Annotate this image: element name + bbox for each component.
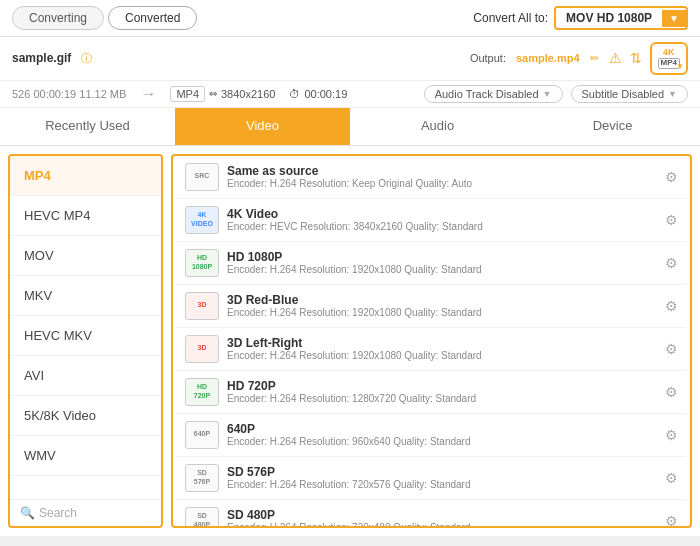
video-item-640p[interactable]: 640P640PEncoder: H.264 Resolution: 960x6…: [177, 414, 686, 457]
format-tabs: Recently Used Video Audio Device: [0, 108, 700, 146]
video-item-same-as-source[interactable]: SRCSame as sourceEncoder: H.264 Resoluti…: [177, 156, 686, 199]
gear-icon-sd-576p[interactable]: ⚙: [665, 470, 678, 486]
video-name-4k-video: 4K Video: [227, 207, 657, 221]
audio-track-label: Audio Track Disabled: [435, 88, 539, 100]
tab-recently-used[interactable]: Recently Used: [0, 108, 175, 145]
convert-all-dropdown[interactable]: MOV HD 1080P ▼: [554, 6, 688, 30]
resolution-info: ⇔: [209, 88, 217, 99]
video-info-same-as-source: Same as sourceEncoder: H.264 Resolution:…: [227, 164, 657, 189]
video-item-sd-576p[interactable]: SD 576PSD 576PEncoder: H.264 Resolution:…: [177, 457, 686, 500]
video-name-hd-1080p: HD 1080P: [227, 250, 657, 264]
video-details-sd-576p: Encoder: H.264 Resolution: 720x576 Quali…: [227, 479, 657, 490]
duration-info: ⏱ 00:00:19: [289, 88, 347, 100]
video-item-3d-left-right[interactable]: 3D3D Left-RightEncoder: H.264 Resolution…: [177, 328, 686, 371]
tab-audio[interactable]: Audio: [350, 108, 525, 145]
subtitle-chevron-icon: ▼: [668, 89, 677, 99]
video-info-hd-1080p: HD 1080PEncoder: H.264 Resolution: 1920x…: [227, 250, 657, 275]
warning-icon[interactable]: ⚠: [609, 50, 622, 66]
dropdown-arrow-icon: ▼: [676, 62, 684, 71]
video-thumb-hd-720p: HD 720P: [185, 378, 219, 406]
top-bar: Converting Converted Convert All to: MOV…: [0, 0, 700, 37]
gear-icon-same-as-source[interactable]: ⚙: [665, 169, 678, 185]
meta-bar: 526 00:00:19 11.12 MB → MP4 ⇔ 3840x2160 …: [0, 81, 700, 108]
video-details-hd-1080p: Encoder: H.264 Resolution: 1920x1080 Qua…: [227, 264, 657, 275]
video-item-sd-480p[interactable]: SD 480PSD 480PEncoder: H.264 Resolution:…: [177, 500, 686, 528]
search-bar[interactable]: 🔍 Search: [10, 499, 161, 526]
clock-icon: ⏱: [289, 88, 300, 100]
gear-icon-hd-720p[interactable]: ⚙: [665, 384, 678, 400]
format-item-hevc-mp4[interactable]: HEVC MP4: [10, 196, 161, 236]
tab-converting[interactable]: Converting: [12, 6, 104, 30]
gear-icon-sd-480p[interactable]: ⚙: [665, 513, 678, 528]
video-item-hd-720p[interactable]: HD 720PHD 720PEncoder: H.264 Resolution:…: [177, 371, 686, 414]
format-item-wmv[interactable]: WMV: [10, 436, 161, 476]
tab-device[interactable]: Device: [525, 108, 700, 145]
subtitle-label: Subtitle Disabled: [582, 88, 665, 100]
video-info-sd-480p: SD 480PEncoder: H.264 Resolution: 720x48…: [227, 508, 657, 528]
audio-chevron-icon: ▼: [543, 89, 552, 99]
gear-icon-4k-video[interactable]: ⚙: [665, 212, 678, 228]
format-item-mov[interactable]: MOV: [10, 236, 161, 276]
video-thumb-hd-1080p: HD 1080P: [185, 249, 219, 277]
format-item-avi[interactable]: AVI: [10, 356, 161, 396]
video-item-hd-1080p[interactable]: HD 1080PHD 1080PEncoder: H.264 Resolutio…: [177, 242, 686, 285]
video-thumb-3d-left-right: 3D: [185, 335, 219, 363]
video-details-640p: Encoder: H.264 Resolution: 960x640 Quali…: [227, 436, 657, 447]
main-content: Recently Used Video Audio Device MP4HEVC…: [0, 108, 700, 536]
gear-icon-3d-left-right[interactable]: ⚙: [665, 341, 678, 357]
video-info-3d-left-right: 3D Left-RightEncoder: H.264 Resolution: …: [227, 336, 657, 361]
audio-track-dropdown[interactable]: Audio Track Disabled ▼: [424, 85, 563, 103]
gear-icon-hd-1080p[interactable]: ⚙: [665, 255, 678, 271]
format-item-mkv[interactable]: MKV: [10, 276, 161, 316]
file-icons: ⚠ ⇅ 4K MP4 ▼: [609, 42, 688, 75]
subtitle-dropdown[interactable]: Subtitle Disabled ▼: [571, 85, 688, 103]
tab-video[interactable]: Video: [175, 108, 350, 145]
4k-badge: 4K: [663, 48, 675, 58]
video-details-hd-720p: Encoder: H.264 Resolution: 1280x720 Qual…: [227, 393, 657, 404]
video-name-sd-480p: SD 480P: [227, 508, 657, 522]
convert-all-value: MOV HD 1080P: [556, 8, 662, 28]
video-thumb-4k-video: 4K VIDEO: [185, 206, 219, 234]
tab-converted[interactable]: Converted: [108, 6, 197, 30]
resolution-value: 3840x2160: [221, 88, 275, 100]
file-dims: 526 00:00:19 11.12 MB: [12, 88, 126, 100]
search-label: Search: [39, 506, 77, 520]
video-details-3d-left-right: Encoder: H.264 Resolution: 1920x1080 Qua…: [227, 350, 657, 361]
gear-icon-640p[interactable]: ⚙: [665, 427, 678, 443]
video-name-3d-red-blue: 3D Red-Blue: [227, 293, 657, 307]
file-bar: sample.gif ⓘ Output: sample.mp4 ✏ ⚠ ⇅ 4K…: [0, 37, 700, 81]
edit-icon[interactable]: ✏: [590, 52, 599, 65]
search-icon: 🔍: [20, 506, 35, 520]
output-label: Output:: [470, 52, 506, 64]
gear-icon-3d-red-blue[interactable]: ⚙: [665, 298, 678, 314]
convert-all-label: Convert All to:: [473, 11, 548, 25]
video-info-640p: 640PEncoder: H.264 Resolution: 960x640 Q…: [227, 422, 657, 447]
arrow-right-icon: →: [140, 85, 156, 103]
format-preview-box[interactable]: 4K MP4 ▼: [650, 42, 688, 75]
format-item-hevc-mkv[interactable]: HEVC MKV: [10, 316, 161, 356]
video-info-hd-720p: HD 720PEncoder: H.264 Resolution: 1280x7…: [227, 379, 657, 404]
left-panel: MP4HEVC MP4MOVMKVHEVC MKVAVI5K/8K VideoW…: [8, 154, 163, 528]
video-name-hd-720p: HD 720P: [227, 379, 657, 393]
video-info-sd-576p: SD 576PEncoder: H.264 Resolution: 720x57…: [227, 465, 657, 490]
panel: MP4HEVC MP4MOVMKVHEVC MKVAVI5K/8K VideoW…: [0, 146, 700, 536]
format-badge: MP4: [170, 86, 205, 102]
video-item-3d-red-blue[interactable]: 3D3D Red-BlueEncoder: H.264 Resolution: …: [177, 285, 686, 328]
video-item-4k-video[interactable]: 4K VIDEO4K VideoEncoder: HEVC Resolution…: [177, 199, 686, 242]
video-name-3d-left-right: 3D Left-Right: [227, 336, 657, 350]
format-item-5k8k[interactable]: 5K/8K Video: [10, 396, 161, 436]
video-thumb-same-as-source: SRC: [185, 163, 219, 191]
output-filename: sample.mp4: [516, 52, 580, 64]
convert-all-section: Convert All to: MOV HD 1080P ▼: [473, 6, 688, 30]
video-name-sd-576p: SD 576P: [227, 465, 657, 479]
info-icon[interactable]: ⓘ: [81, 51, 92, 66]
tab-group: Converting Converted: [12, 6, 197, 30]
video-name-same-as-source: Same as source: [227, 164, 657, 178]
chevron-down-icon: ▼: [662, 10, 686, 27]
swap-icon[interactable]: ⇅: [630, 50, 642, 66]
video-details-3d-red-blue: Encoder: H.264 Resolution: 1920x1080 Qua…: [227, 307, 657, 318]
format-item-mp4[interactable]: MP4: [10, 156, 161, 196]
duration-value: 00:00:19: [304, 88, 347, 100]
video-details-4k-video: Encoder: HEVC Resolution: 3840x2160 Qual…: [227, 221, 657, 232]
video-thumb-sd-480p: SD 480P: [185, 507, 219, 528]
